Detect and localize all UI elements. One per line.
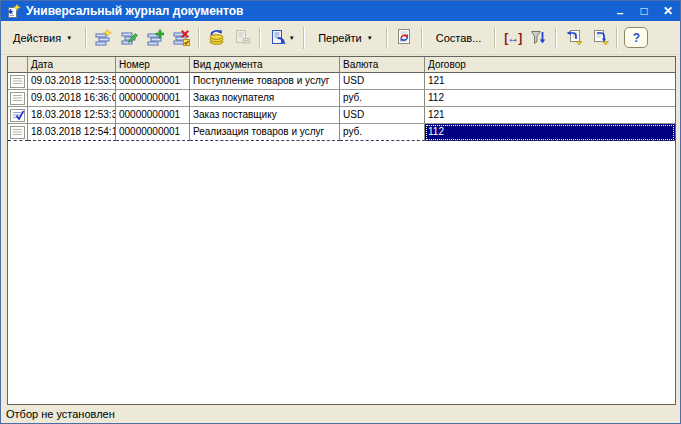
copy-icon[interactable] [143, 25, 168, 50]
compose-button-label: Состав... [436, 32, 482, 44]
toolbar-separator [616, 27, 618, 49]
cell-doctype[interactable]: Реализация товаров и услуг [190, 124, 340, 141]
cell-doctype[interactable]: Поступление товаров и услуг [190, 73, 340, 90]
table-row[interactable]: 18.03.2018 12:53:31 00000000001 Заказ по… [8, 107, 675, 124]
cell-date[interactable]: 09.03.2018 16:36:06 [28, 90, 116, 107]
maximize-button[interactable]: □ [637, 2, 651, 20]
chevron-down-icon: ▼ [66, 35, 72, 41]
table-row-selected[interactable]: 18.03.2018 12:54:14 00000000001 Реализац… [8, 124, 675, 141]
cell-currency[interactable]: руб. [340, 90, 425, 107]
toolbar-separator [259, 27, 261, 49]
status-bar: Отбор не установлен [1, 405, 680, 423]
cell-contract[interactable]: 121 [425, 73, 675, 90]
cell-number[interactable]: 00000000001 [116, 90, 190, 107]
document-icon [8, 124, 28, 141]
toolbar-separator [85, 27, 87, 49]
cell-doctype[interactable]: Заказ поставщику [190, 107, 340, 124]
column-width-icon[interactable]: [↔] [500, 25, 525, 50]
window-controls: – □ ✕ [613, 2, 675, 20]
cell-date[interactable]: 09.03.2018 12:53:57 [28, 73, 116, 90]
app-window: Универсальный журнал документов – □ ✕ Де… [0, 0, 681, 424]
delete-mark-icon[interactable] [169, 25, 194, 50]
close-button[interactable]: ✕ [661, 2, 675, 20]
window-icon [6, 4, 21, 19]
toolbar: Действия ▼ [1, 21, 680, 55]
document-icon [8, 73, 28, 90]
compose-button[interactable]: Состав... [427, 27, 491, 49]
window-title: Универсальный журнал документов [26, 4, 243, 18]
post-document-icon[interactable] [204, 25, 229, 50]
toolbar-separator [303, 27, 305, 49]
cell-currency[interactable]: USD [340, 73, 425, 90]
table-row[interactable]: 09.03.2018 12:53:57 00000000001 Поступле… [8, 73, 675, 90]
help-icon[interactable]: ? [624, 27, 648, 48]
document-posted-icon [8, 107, 28, 124]
cell-contract-selected[interactable]: 112 [425, 124, 675, 141]
column-header-currency[interactable]: Валюта [340, 57, 425, 73]
column-header-doctype[interactable]: Вид документа [190, 57, 340, 73]
goto-menu-label: Перейти [318, 32, 362, 44]
toolbar-separator [494, 27, 496, 49]
toolbar-separator [198, 27, 200, 49]
cell-contract[interactable]: 121 [425, 107, 675, 124]
chevron-down-icon: ▼ [289, 35, 295, 41]
column-header-icon[interactable] [8, 57, 28, 73]
table-header-row: Дата Номер Вид документа Валюта Договор [8, 57, 675, 73]
minimize-button[interactable]: – [613, 4, 627, 22]
toolbar-separator [386, 27, 388, 49]
refresh-icon[interactable] [392, 25, 417, 50]
cell-currency[interactable]: USD [340, 107, 425, 124]
previous-document-icon[interactable] [561, 25, 586, 50]
cell-date[interactable]: 18.03.2018 12:53:31 [28, 107, 116, 124]
cancel-posting-icon[interactable] [230, 25, 255, 50]
goto-menu-button[interactable]: Перейти ▼ [309, 27, 382, 49]
cell-number[interactable]: 00000000001 [116, 124, 190, 141]
filter-sort-icon[interactable] [526, 25, 551, 50]
cell-currency[interactable]: руб. [340, 124, 425, 141]
cell-number[interactable]: 00000000001 [116, 107, 190, 124]
actions-menu-button[interactable]: Действия ▼ [4, 27, 81, 49]
column-header-number[interactable]: Номер [116, 57, 190, 73]
add-icon[interactable] [91, 25, 116, 50]
column-header-date[interactable]: Дата [28, 57, 116, 73]
chevron-down-icon: ▼ [367, 35, 373, 41]
print-list-icon[interactable]: ▼ [265, 25, 299, 50]
title-bar: Универсальный журнал документов – □ ✕ [1, 1, 680, 21]
edit-icon[interactable] [117, 25, 142, 50]
cell-date[interactable]: 18.03.2018 12:54:14 [28, 124, 116, 141]
cell-doctype[interactable]: Заказ покупателя [190, 90, 340, 107]
cell-contract[interactable]: 112 [425, 90, 675, 107]
toolbar-separator [421, 27, 423, 49]
table-row[interactable]: 09.03.2018 16:36:06 00000000001 Заказ по… [8, 90, 675, 107]
document-table: Дата Номер Вид документа Валюта Договор … [7, 56, 676, 405]
actions-menu-label: Действия [13, 32, 61, 44]
document-icon [8, 90, 28, 107]
column-header-contract[interactable]: Договор [425, 57, 675, 73]
toolbar-separator [555, 27, 557, 49]
cell-number[interactable]: 00000000001 [116, 73, 190, 90]
next-document-icon[interactable] [587, 25, 612, 50]
